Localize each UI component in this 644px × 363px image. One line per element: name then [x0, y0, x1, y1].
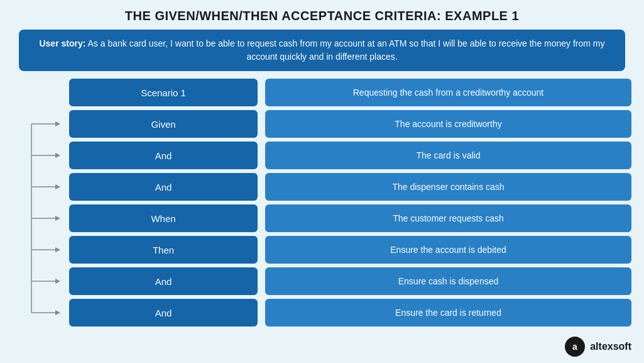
table-row: AndEnsure cash is dispensed — [13, 267, 631, 295]
logo-text: altexsoft — [590, 341, 631, 352]
right-description-and2: The dispenser contains cash — [265, 173, 631, 201]
user-story-label: User story: — [39, 38, 85, 48]
left-label-scenario: Scenario 1 — [69, 79, 258, 106]
table-row: AndThe dispenser contains cash — [13, 173, 631, 201]
table-row: AndEnsure the card is returned — [13, 299, 631, 327]
left-label-and3: And — [69, 267, 258, 295]
logo-icon: a — [565, 337, 585, 357]
left-label-and1: And — [69, 142, 258, 169]
right-description-and3: Ensure cash is dispensed — [265, 267, 631, 295]
right-description-and4: Ensure the card is returned — [265, 299, 631, 327]
right-description-given: The account is creditworthy — [265, 110, 631, 138]
table-row: AndThe card is valid — [13, 142, 631, 169]
left-label-when: When — [69, 204, 258, 232]
table-row: ThenEnsure the account is debited — [13, 236, 631, 264]
right-description-and1: The card is valid — [265, 142, 631, 169]
left-label-then: Then — [69, 236, 258, 264]
user-story-box: User story: As a bank card user, I want … — [19, 30, 625, 71]
left-label-and4: And — [69, 299, 258, 327]
table-row: GivenThe account is creditworthy — [13, 110, 631, 138]
svg-text:a: a — [572, 342, 577, 352]
left-label-given: Given — [69, 110, 258, 138]
logo-area: a altexsoft — [565, 337, 631, 357]
table-row: Scenario 1Requesting the cash from a cre… — [13, 79, 631, 106]
user-story-text: As a bank card user, I want to be able t… — [88, 38, 605, 62]
left-label-and2: And — [69, 173, 258, 201]
main-title: THE GIVEN/WHEN/THEN ACCEPTANCE CRITERIA:… — [0, 0, 644, 30]
right-description-when: The customer requests cash — [265, 204, 631, 232]
right-description-scenario: Requesting the cash from a creditworthy … — [265, 79, 631, 106]
right-description-then: Ensure the account is debited — [265, 236, 631, 264]
table-row: WhenThe customer requests cash — [13, 204, 631, 232]
